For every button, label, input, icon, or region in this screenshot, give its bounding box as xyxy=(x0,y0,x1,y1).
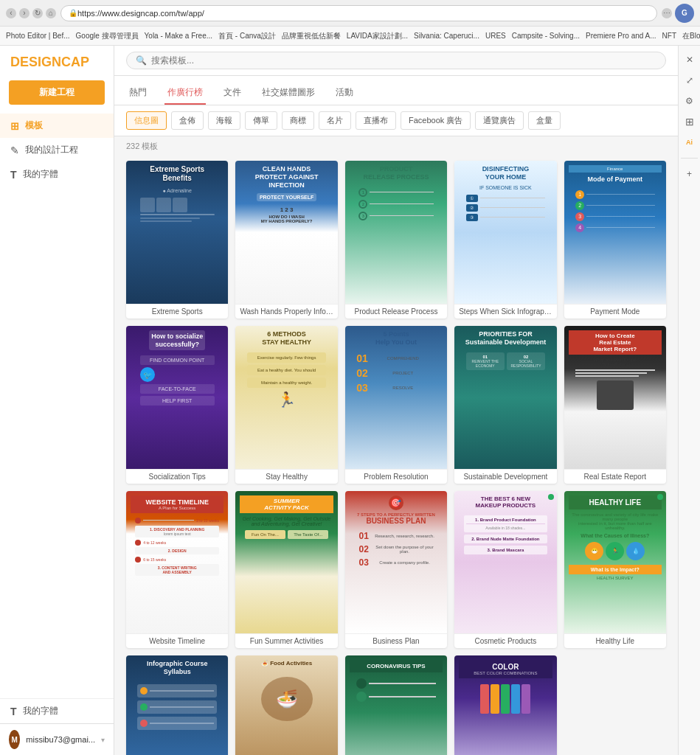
template-card-problem[interactable]: 5 PointsHelp You Out 01COMPREHEND 02PROJ… xyxy=(345,326,447,484)
template-card-website-timeline[interactable]: WEBSITE TIMELINE A Plan for Success 2 to… xyxy=(126,491,228,649)
template-image-cosmetic: THE BEST 6 NEWMAKEUP PRODUCTS 1. Brand P… xyxy=(454,491,556,634)
user-avatar: M xyxy=(9,730,20,749)
template-card-socialize[interactable]: How to socializesuccessfully? FIND COMMO… xyxy=(126,326,228,484)
sub-tab-ocean[interactable]: 海報 xyxy=(208,111,240,130)
template-card-disinfect[interactable]: DISINFECTINGYOUR HOME IF SOMEONE IS SICK… xyxy=(454,161,556,319)
template-card-realestate[interactable]: How to CreateReal EstateMarket Report? W… xyxy=(564,326,666,484)
template-image-infographic-syllabus: Infographic CourseSyllabus xyxy=(126,655,228,755)
right-icon-adobe[interactable]: Ai xyxy=(682,134,698,150)
template-card-stay-healthy[interactable]: 6 METHODSSTAY HEALTHY Exercise regularly… xyxy=(235,326,337,484)
template-card-payment[interactable]: Finance Mode of Payment 1 2 3 4 xyxy=(564,161,666,319)
sidebar-label-my-fonts: 我的字體 xyxy=(23,168,58,181)
template-card-business-plan[interactable]: 🎯 7 STEPS TO A PERFECTLY WRITTEN BUSINES… xyxy=(345,491,447,649)
tab-hot[interactable]: 熱門 xyxy=(126,82,150,105)
bookmark-campsite[interactable]: Campsite - Solving... xyxy=(512,32,580,40)
sidebar-item-my-projects[interactable]: ✎ 我的設計工程 xyxy=(0,138,114,162)
template-label-disinfect: Steps When Sick Infographic xyxy=(454,304,556,319)
user-info: missibu73@gmai... xyxy=(26,735,95,744)
bookmark-photo-editor[interactable]: Photo Editor | Bef... xyxy=(6,32,70,40)
sub-tab-facebook[interactable]: Facebook 廣告 xyxy=(401,111,471,130)
bookmark-canva[interactable]: 首頁 - Canva設計 xyxy=(218,31,276,41)
sidebar-item-font-bottom[interactable]: T 我的字體 xyxy=(0,699,114,723)
home-btn[interactable]: ⌂ xyxy=(46,8,56,18)
template-card-infographic-syllabus[interactable]: Infographic CourseSyllabus xyxy=(126,655,228,755)
templates-grid: Extreme SportsBenefits ● Adrenaline Extr… xyxy=(114,156,678,755)
user-bar: M missibu73@gmai... ▾ xyxy=(0,723,114,755)
template-image-sustainable: PRIORITIES FORSustainable Development 01… xyxy=(454,326,556,469)
templates-count: 232 模板 xyxy=(114,136,678,156)
sub-tab-more[interactable]: 盒量 xyxy=(528,111,561,130)
bookmark-google[interactable]: Google 搜尋管理員 xyxy=(76,31,139,41)
sidebar-label-font-bottom: 我的字體 xyxy=(23,705,58,717)
template-image-product: PRODUCTRELEASE PROCESS 1 2 3 xyxy=(345,161,447,304)
refresh-btn[interactable]: ↻ xyxy=(32,8,43,18)
right-icon-settings[interactable]: ⚙ xyxy=(682,93,698,109)
template-label-summer: Fun Summer Activities xyxy=(235,633,337,648)
template-card-sustainable[interactable]: PRIORITIES FORSustainable Development 01… xyxy=(454,326,556,484)
template-image-website: WEBSITE TIMELINE A Plan for Success 2 to… xyxy=(126,491,228,634)
template-image-color: COLOR BEST COLOR COMBINATIONS xyxy=(454,655,556,755)
right-sidebar: ✕ ⤢ ⚙ ⊞ Ai + xyxy=(678,46,700,755)
browser-bar: ‹ › ↻ ⌂ 🔒 https://www.designcap.com/tw/a… xyxy=(0,0,700,27)
template-card-fun-activities-bottom[interactable]: 🍝 Food Activities 🍜 xyxy=(235,655,337,755)
header-search: 🔍 xyxy=(114,46,678,76)
tab-file[interactable]: 文件 xyxy=(221,82,244,105)
search-input-wrap[interactable]: 🔍 xyxy=(126,52,666,69)
template-card-color[interactable]: COLOR BEST COLOR COMBINATIONS xyxy=(454,655,556,755)
user-name: missibu73@gmai... xyxy=(26,735,95,744)
right-icon-microsoft[interactable]: ⊞ xyxy=(682,114,698,130)
search-icon: 🔍 xyxy=(136,55,147,66)
forward-btn[interactable]: › xyxy=(19,8,30,18)
sub-tab-flyer[interactable]: 傳單 xyxy=(245,111,277,130)
search-input[interactable] xyxy=(151,55,656,66)
template-image-stay-healthy: 6 METHODSSTAY HEALTHY Exercise regularly… xyxy=(235,326,337,469)
tab-events[interactable]: 活動 xyxy=(333,82,356,105)
template-label-healthy-life: Healthy Life xyxy=(564,633,666,648)
template-image-problem: 5 PointsHelp You Out 01COMPREHEND 02PROJ… xyxy=(345,326,447,469)
template-card-healthy-life[interactable]: HEALTHY LIFE The coronavirus and variety… xyxy=(564,491,666,649)
sub-tab-logo[interactable]: 商標 xyxy=(282,111,314,130)
bookmark-nft[interactable]: NFT xyxy=(662,32,676,40)
template-label-realestate: Real Estate Report xyxy=(564,469,666,484)
sidebar-item-templates[interactable]: ⊞ 模板 xyxy=(0,114,114,138)
sub-tab-infographic[interactable]: 信息圖 xyxy=(126,111,167,130)
template-card-summer[interactable]: SUMMERACTIVITY PACK Get Cooking, Get Mak… xyxy=(235,491,337,649)
template-card-wash-hands[interactable]: CLEAN HANDSPROTECT AGAINSTINFECTION PROT… xyxy=(235,161,337,319)
cosmetic-badge xyxy=(548,494,554,500)
bookmark-yola[interactable]: Yola - Make a Free... xyxy=(145,32,212,40)
bookmark-blogger[interactable]: 在Blogger上加入&su... xyxy=(682,31,700,41)
url-bar[interactable]: 🔒 https://www.designcap.com/tw/app/ xyxy=(60,5,657,21)
sidebar-item-my-fonts[interactable]: T 我的字體 xyxy=(0,162,114,187)
bookmark-premiere[interactable]: Premiere Pro and A... xyxy=(586,32,656,40)
bookmark-lavida[interactable]: LAVIDA家設計劃... xyxy=(347,31,408,41)
right-icon-expand[interactable]: ⤢ xyxy=(682,72,698,88)
browser-user-avatar: G xyxy=(675,4,694,23)
sub-tab-card[interactable]: 名片 xyxy=(319,111,351,130)
right-icon-close[interactable]: ✕ xyxy=(682,52,698,68)
sub-tab-live[interactable]: 直播布 xyxy=(356,111,396,130)
template-card-cosmetic[interactable]: THE BEST 6 NEWMAKEUP PRODUCTS 1. Brand P… xyxy=(454,491,556,649)
bookmark-silvania[interactable]: Silvania: Caperuci... xyxy=(414,32,479,40)
template-label-business-plan: Business Plan xyxy=(345,633,447,648)
template-image-realestate: How to CreateReal EstateMarket Report? W… xyxy=(564,326,666,469)
new-project-button[interactable]: 新建工程 xyxy=(9,80,105,105)
bookmark-ures[interactable]: URES xyxy=(485,32,506,40)
templates-icon: ⊞ xyxy=(10,120,19,132)
template-card-coronavirus[interactable]: CORONAVIRUS TIPS xyxy=(345,655,447,755)
template-label-cosmetic: Cosmetic Products xyxy=(454,633,556,648)
template-card-extreme-sports[interactable]: Extreme SportsBenefits ● Adrenaline Extr… xyxy=(126,161,228,319)
extensions-btn[interactable]: ⋯ xyxy=(662,8,672,18)
sub-tab-notification[interactable]: 通覽廣告 xyxy=(475,111,524,130)
sub-tab-all[interactable]: 盒佈 xyxy=(171,111,204,130)
template-image-wash: CLEAN HANDSPROTECT AGAINSTINFECTION PROT… xyxy=(235,161,337,304)
user-dropdown-icon[interactable]: ▾ xyxy=(101,736,105,744)
template-image-fun-activities-bottom: 🍝 Food Activities 🍜 xyxy=(235,655,337,755)
sidebar-nav: ⊞ 模板 ✎ 我的設計工程 T 我的字體 xyxy=(0,114,114,187)
bookmark-brand[interactable]: 品牌重視低估新餐 xyxy=(282,31,341,41)
back-btn[interactable]: ‹ xyxy=(6,8,16,18)
tab-trending[interactable]: 作廣行榜 xyxy=(164,82,206,105)
tab-social-shapes[interactable]: 社交媒體圖形 xyxy=(259,82,318,105)
template-card-product-release[interactable]: PRODUCTRELEASE PROCESS 1 2 3 Product Rel… xyxy=(345,161,447,319)
main-content: 🔍 熱門 作廣行榜 文件 社交媒體圖形 活動 信息圖 盒佈 海報 傳單 商標 名… xyxy=(114,46,678,755)
right-icon-extra1[interactable]: + xyxy=(682,166,698,182)
